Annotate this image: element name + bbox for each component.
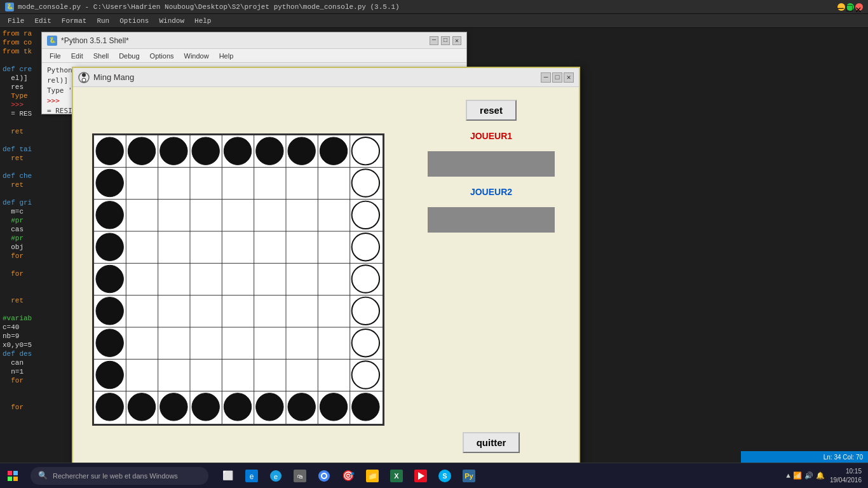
svg-point-28: [96, 201, 123, 229]
svg-point-44: [352, 169, 379, 196]
shell-title-bar: 🐍 *Python 3.5.1 Shell* ─ □ ✕: [42, 32, 466, 49]
shell-menu-options[interactable]: Options: [145, 51, 179, 61]
svg-point-46: [352, 233, 379, 261]
svg-point-26: [320, 137, 347, 165]
search-placeholder-text: Rechercher sur le web et dans Windows: [53, 472, 178, 480]
tray-arrow[interactable]: ▲: [786, 472, 790, 480]
menu-file[interactable]: File: [3, 16, 29, 26]
svg-point-36: [160, 393, 187, 421]
taskbar: 🔍 Rechercher sur le web et dans Windows …: [0, 463, 868, 488]
status-bar: Ln: 34 Col: 70: [741, 451, 868, 463]
svg-point-23: [224, 137, 251, 165]
menu-edit[interactable]: Edit: [29, 16, 56, 26]
shell-menu-file[interactable]: File: [44, 51, 66, 61]
taskbar-search-box[interactable]: 🔍 Rechercher sur le web et dans Windows: [31, 467, 208, 485]
svg-point-2: [82, 78, 86, 82]
svg-text:🛍: 🛍: [297, 473, 303, 480]
menu-help[interactable]: Help: [189, 16, 216, 26]
svg-point-42: [352, 393, 379, 421]
svg-point-45: [352, 201, 379, 229]
close-button[interactable]: ✕: [855, 3, 863, 11]
skype-app[interactable]: S: [433, 464, 456, 487]
taskbar-apps: ⬜ e e 🛍 🎯 📁 X S Py: [216, 464, 480, 487]
svg-point-19: [96, 137, 123, 165]
task-view-button[interactable]: ⬜: [216, 464, 239, 487]
svg-point-22: [192, 137, 219, 165]
mm-close[interactable]: ✕: [564, 72, 574, 83]
svg-point-38: [224, 393, 251, 421]
shell-menu-shell[interactable]: Shell: [88, 51, 114, 61]
mm-maximize[interactable]: □: [552, 72, 562, 83]
chrome-app[interactable]: [313, 464, 336, 487]
shell-menu-window[interactable]: Window: [179, 51, 214, 61]
game-board[interactable]: [92, 133, 384, 426]
mm-title: Ming Mang: [93, 72, 134, 82]
excel-app[interactable]: X: [385, 464, 408, 487]
status-text: Ln: 34 Col: 70: [824, 454, 863, 461]
svg-point-39: [256, 393, 283, 421]
shell-minimize[interactable]: ─: [430, 36, 438, 45]
shell-menu-debug[interactable]: Debug: [114, 51, 144, 61]
svg-point-59: [322, 474, 326, 478]
ming-mang-window: Ming Mang ─ □ ✕: [72, 67, 580, 473]
svg-point-41: [320, 393, 347, 421]
quit-button[interactable]: quitter: [463, 432, 520, 453]
edge-app[interactable]: e: [240, 464, 263, 487]
svg-point-1: [82, 73, 86, 77]
shell-maximize[interactable]: □: [441, 36, 450, 45]
minimize-button[interactable]: ─: [837, 3, 845, 11]
menu-options[interactable]: Options: [114, 16, 154, 26]
notification-icon[interactable]: 🔔: [816, 471, 825, 480]
shell-icon: 🐍: [47, 36, 57, 46]
svg-point-32: [96, 329, 123, 356]
shell-close[interactable]: ✕: [452, 36, 461, 45]
menu-run[interactable]: Run: [92, 16, 114, 26]
menu-format[interactable]: Format: [57, 16, 92, 26]
svg-point-48: [352, 297, 379, 325]
menu-bar: File Edit Format Run Options Window Help: [0, 14, 868, 28]
svg-point-30: [96, 265, 123, 292]
player1-score-bar: [428, 151, 555, 177]
svg-point-31: [96, 297, 123, 325]
date-display: 19/04/2016: [830, 476, 862, 485]
mm-icon: [78, 72, 90, 83]
svg-text:S: S: [442, 472, 447, 480]
shell-menu-bar: File Edit Shell Debug Options Window Hel…: [42, 49, 466, 63]
svg-point-33: [96, 361, 123, 388]
svg-text:e: e: [250, 472, 254, 481]
svg-point-27: [96, 169, 123, 196]
mm-title-bar: Ming Mang ─ □ ✕: [73, 68, 579, 87]
windows-logo: [8, 471, 18, 481]
explorer-app[interactable]: 📁: [361, 464, 384, 487]
svg-point-50: [352, 361, 379, 388]
taskbar-right: ▲ 📶 🔊 🔔 10:15 19/04/2016: [786, 467, 868, 485]
python-app[interactable]: Py: [458, 464, 480, 487]
board-area: [73, 87, 403, 472]
menu-window[interactable]: Window: [154, 16, 189, 26]
mm-minimize[interactable]: ─: [541, 72, 551, 83]
window-title: mode_console.py - C:\Users\Hadrien Noubo…: [18, 3, 400, 11]
store-app[interactable]: 🛍: [288, 464, 311, 487]
time-display: 10:15: [830, 467, 862, 476]
app6[interactable]: 🎯: [337, 464, 360, 487]
code-area: from ra from co from tk def cre el)] res…: [0, 28, 41, 488]
svg-point-34: [96, 393, 123, 421]
maximize-button[interactable]: □: [846, 3, 854, 11]
shell-menu-edit[interactable]: Edit: [66, 51, 88, 61]
svg-point-25: [288, 137, 315, 165]
start-button[interactable]: [0, 463, 25, 489]
shell-menu-help[interactable]: Help: [214, 51, 239, 61]
media-app[interactable]: [409, 464, 432, 487]
reset-button[interactable]: reset: [466, 100, 517, 121]
title-bar: 🐍 mode_console.py - C:\Users\Hadrien Nou…: [0, 0, 868, 14]
svg-point-35: [128, 393, 155, 421]
mm-content: reset JOUEUR1 JOUEUR2 quitter: [73, 87, 579, 472]
svg-point-40: [288, 393, 315, 421]
svg-text:X: X: [394, 472, 399, 480]
volume-icon[interactable]: 🔊: [804, 471, 813, 480]
ie-app[interactable]: e: [264, 464, 287, 487]
svg-point-20: [128, 137, 155, 165]
right-panel: reset JOUEUR1 JOUEUR2 quitter: [403, 87, 579, 472]
network-icon[interactable]: 📶: [793, 471, 802, 480]
svg-point-21: [160, 137, 187, 165]
